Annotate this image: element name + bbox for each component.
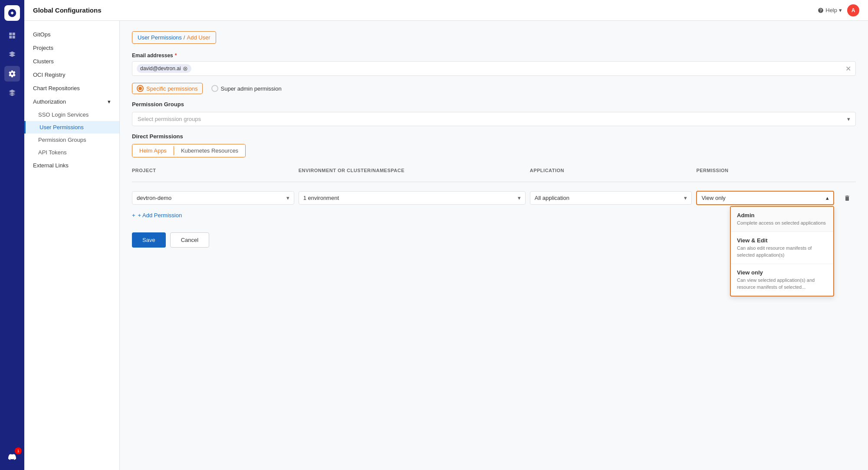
- help-button[interactable]: Help ▾: [818, 7, 842, 13]
- super-admin-option[interactable]: Super admin permission: [211, 85, 282, 92]
- perm-option-view-only[interactable]: View only Can view selected application(…: [731, 264, 833, 296]
- permission-chevron-icon: ▴: [826, 195, 829, 201]
- project-dropdown[interactable]: devtron-demo ▾: [132, 191, 294, 205]
- permission-groups-select[interactable]: Select permission groups ▾: [132, 112, 856, 126]
- discord-button[interactable]: 1: [4, 449, 20, 465]
- sidebar-item-clusters[interactable]: Clusters: [24, 55, 119, 68]
- perm-option-admin[interactable]: Admin Complete access on selected applic…: [731, 207, 833, 232]
- sidebar-item-projects-label: Projects: [33, 45, 53, 51]
- permission-dropdown-menu: Admin Complete access on selected applic…: [730, 206, 834, 297]
- col-actions: [838, 168, 856, 173]
- sidebar-item-perm-groups-label: Permission Groups: [38, 137, 86, 143]
- col-application: APPLICATION: [530, 168, 692, 173]
- email-tag-remove[interactable]: ⊗: [183, 65, 188, 72]
- header-right: Help ▾ A: [818, 4, 859, 16]
- project-chevron-icon: ▾: [286, 195, 289, 201]
- sidebar-group-authorization-label: Authorization: [33, 98, 66, 105]
- permission-groups-chevron-icon: ▾: [847, 116, 850, 122]
- nav-icon-package[interactable]: [4, 47, 20, 62]
- sidebar-item-sso-label: SSO Login Services: [38, 111, 89, 118]
- delete-row-button[interactable]: [838, 195, 856, 202]
- application-chevron-icon: ▾: [684, 195, 687, 201]
- table-row: devtron-demo ▾ 1 environment ▾ All appli…: [132, 187, 856, 209]
- sidebar-item-projects[interactable]: Projects: [24, 41, 119, 55]
- permission-type-group: Specific permissions Super admin permiss…: [132, 83, 856, 94]
- sidebar-item-oci-registry[interactable]: OCI Registry: [24, 68, 119, 82]
- sidebar-item-user-permissions[interactable]: User Permissions: [24, 121, 119, 134]
- authorization-chevron-icon: ▾: [108, 98, 111, 105]
- permission-groups-section: Permission Groups Select permission grou…: [132, 101, 856, 126]
- avatar[interactable]: A: [847, 4, 859, 16]
- breadcrumb-current: Add User: [187, 34, 210, 41]
- required-star: *: [175, 52, 177, 59]
- sidebar-item-clusters-label: Clusters: [33, 58, 54, 65]
- project-value: devtron-demo: [137, 195, 171, 201]
- top-header: Global Configurations Help ▾ A: [24, 0, 868, 21]
- permission-current-value: View only: [701, 195, 725, 201]
- breadcrumb-separator: /: [184, 34, 185, 41]
- environment-dropdown[interactable]: 1 environment ▾: [299, 191, 526, 205]
- sidebar-item-gitops[interactable]: GitOps: [24, 28, 119, 41]
- perm-view-only-title: View only: [737, 269, 827, 276]
- tab-k8s-label: Kubernetes Resources: [181, 147, 238, 154]
- col-project: PROJECT: [132, 168, 294, 173]
- perm-admin-desc: Complete access on selected applications: [737, 220, 827, 226]
- permission-groups-placeholder: Select permission groups: [138, 116, 201, 122]
- tab-helm-apps[interactable]: Helm Apps: [132, 144, 174, 157]
- help-label: Help: [825, 7, 837, 13]
- sidebar-item-sso[interactable]: SSO Login Services: [24, 108, 119, 121]
- table-header: PROJECT ENVIRONMENT OR CLUSTER/NAMESPACE…: [132, 164, 856, 176]
- email-input-container[interactable]: david@devtron.ai ⊗ ✕: [132, 61, 856, 76]
- application-dropdown[interactable]: All application ▾: [530, 191, 692, 205]
- perm-option-view-edit[interactable]: View & Edit Can also edit resource manif…: [731, 232, 833, 264]
- email-tag-value: david@devtron.ai: [140, 65, 181, 72]
- sidebar-item-permission-groups[interactable]: Permission Groups: [24, 134, 119, 146]
- sidebar-item-chart-repositories[interactable]: Chart Repositories: [24, 82, 119, 95]
- add-permission-label: + Add Permission: [138, 212, 182, 219]
- tab-kubernetes-resources[interactable]: Kubernetes Resources: [174, 144, 245, 157]
- direct-permissions-heading: Direct Permissions: [132, 133, 856, 140]
- permission-dropdown-wrapper: View only ▴ Admin Complete access on sel…: [696, 191, 834, 205]
- sidebar-group-authorization[interactable]: Authorization ▾: [24, 95, 119, 108]
- sidebar: GitOps Projects Clusters OCI Registry Ch…: [24, 21, 120, 470]
- discord-badge-count: 1: [15, 447, 22, 454]
- nav-icon-home[interactable]: [4, 28, 20, 43]
- icon-bar-bottom: 1: [4, 449, 20, 465]
- application-value: All application: [535, 195, 569, 201]
- perm-view-edit-title: View & Edit: [737, 237, 827, 244]
- page-title: Global Configurations: [33, 7, 102, 14]
- col-environment: ENVIRONMENT OR CLUSTER/NAMESPACE: [299, 168, 526, 173]
- content-area: User Permissions / Add User Email addres…: [120, 21, 868, 470]
- email-clear-icon[interactable]: ✕: [845, 65, 851, 73]
- cancel-button[interactable]: Cancel: [170, 232, 209, 248]
- sidebar-item-external-links[interactable]: External Links: [24, 159, 119, 172]
- sidebar-item-api-label: API Tokens: [38, 149, 67, 156]
- app-logo[interactable]: [4, 5, 20, 21]
- environment-value: 1 environment: [303, 195, 339, 201]
- nav-icon-settings[interactable]: [4, 66, 20, 82]
- sidebar-item-user-perm-label: User Permissions: [39, 124, 84, 131]
- breadcrumb: User Permissions / Add User: [132, 31, 216, 44]
- email-tag: david@devtron.ai ⊗: [137, 64, 191, 73]
- specific-permissions-label: Specific permissions: [146, 85, 198, 92]
- sidebar-item-external-label: External Links: [33, 162, 69, 169]
- nav-icon-layers[interactable]: [4, 85, 20, 101]
- sidebar-item-gitops-label: GitOps: [33, 31, 50, 38]
- perm-admin-title: Admin: [737, 212, 827, 219]
- add-permission-icon: +: [132, 212, 135, 219]
- perm-view-only-desc: Can view selected application(s) and res…: [737, 277, 827, 290]
- icon-bar: 1: [0, 0, 24, 470]
- specific-permissions-radio[interactable]: [137, 85, 144, 92]
- permission-dropdown[interactable]: View only ▴: [696, 191, 834, 205]
- environment-chevron-icon: ▾: [518, 195, 521, 201]
- main-wrapper: Global Configurations Help ▾ A GitOps Pr…: [24, 0, 868, 470]
- sidebar-item-oci-label: OCI Registry: [33, 72, 65, 78]
- email-section: Email addresses * david@devtron.ai ⊗ ✕: [132, 52, 856, 76]
- save-button[interactable]: Save: [132, 232, 166, 248]
- super-admin-radio[interactable]: [211, 85, 218, 92]
- specific-permissions-option[interactable]: Specific permissions: [132, 83, 203, 94]
- email-input-field[interactable]: [195, 65, 842, 72]
- breadcrumb-parent-link[interactable]: User Permissions: [138, 34, 182, 41]
- perm-view-edit-desc: Can also edit resource manifests of sele…: [737, 245, 827, 258]
- sidebar-item-api-tokens[interactable]: API Tokens: [24, 146, 119, 159]
